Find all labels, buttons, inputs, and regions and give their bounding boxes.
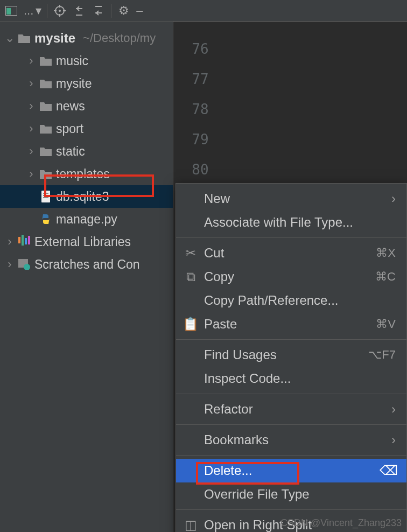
svg-rect-12 [18, 237, 20, 243]
menu-label: Copy Path/Reference... [204, 293, 396, 308]
tree-label: news [56, 99, 85, 114]
menu-cut[interactable]: ✂ Cut ⌘X [176, 241, 406, 265]
menu-label: Inspect Code... [204, 371, 396, 386]
separator [47, 4, 47, 18]
menu-inspect-code[interactable]: Inspect Code... [176, 367, 406, 390]
chevron-right-icon[interactable]: › [27, 54, 36, 68]
menu-label: Bookmarks [204, 432, 385, 447]
separator [111, 4, 111, 18]
tree-item-sport[interactable]: › sport [0, 117, 173, 140]
menu-label: Copy [204, 269, 369, 284]
chevron-right-icon[interactable]: › [27, 122, 36, 136]
menu-separator [176, 394, 406, 394]
window-icon[interactable] [4, 4, 18, 18]
tree-label: music [56, 54, 88, 68]
scratches-icon [18, 259, 30, 270]
annotation-highlight-db [44, 174, 154, 197]
menu-label: Find Usages [204, 347, 362, 362]
chevron-right-icon[interactable]: › [27, 167, 36, 181]
libraries-icon [18, 235, 30, 249]
chevron-right-icon[interactable]: › [5, 257, 14, 271]
chevron-down-icon[interactable]: ⌄ [5, 31, 14, 45]
watermark: CSDN @Vincent_Zhang233 [280, 517, 402, 529]
menu-bookmarks[interactable]: Bookmarks › [176, 428, 406, 452]
chevron-right-icon[interactable]: › [27, 144, 36, 158]
split-icon: ◫ [184, 517, 198, 532]
menu-override-file-type[interactable]: Override File Type [176, 482, 406, 506]
menu-label: Paste [204, 317, 369, 332]
menu-shortcut: ⌘X [376, 246, 396, 260]
gear-icon[interactable]: ⚙ [117, 4, 131, 18]
collapse-icon[interactable] [72, 4, 86, 18]
menu-shortcut: ⌘V [376, 317, 396, 331]
tree-label: sport [56, 122, 83, 136]
menu-find-usages[interactable]: Find Usages ⌥F7 [176, 343, 406, 367]
menu-separator [176, 424, 406, 425]
menu-label: Cut [204, 246, 369, 261]
tree-item-static[interactable]: › static [0, 140, 173, 163]
svg-rect-11 [43, 197, 48, 198]
chevron-right-icon: › [391, 402, 396, 417]
hide-icon[interactable]: – [136, 4, 143, 18]
tree-item-music[interactable]: › music [0, 50, 173, 72]
chevron-right-icon[interactable]: › [27, 76, 36, 90]
folder-icon [40, 55, 52, 67]
menu-separator [176, 237, 406, 238]
menu-paste[interactable]: 📋 Paste ⌘V [176, 312, 406, 336]
cut-icon: ✂ [184, 246, 198, 261]
svg-rect-1 [6, 8, 11, 15]
root-name: mysite [34, 31, 75, 46]
menu-shortcut: ⌘C [375, 270, 396, 284]
menu-label: Refactor [204, 402, 385, 417]
menu-refactor[interactable]: Refactor › [176, 397, 406, 421]
tree-item-manage-py[interactable]: manage.py [0, 208, 173, 230]
menu-shortcut: ⌥F7 [368, 348, 396, 362]
toolbar-dropdown[interactable]: ... ▾ [24, 4, 41, 18]
svg-rect-14 [25, 238, 27, 244]
menu-associate-file-type[interactable]: Associate with File Type... [176, 211, 406, 234]
scratches-and-consoles[interactable]: › Scratches and Con [0, 253, 173, 276]
python-file-icon [40, 213, 52, 225]
folder-icon [40, 145, 52, 157]
delete-icon: ⌫ [382, 463, 396, 478]
tree-item-mysite[interactable]: › mysite [0, 72, 173, 95]
copy-icon: ⧉ [184, 269, 198, 284]
menu-new[interactable]: New › [176, 187, 406, 211]
folder-icon [40, 78, 52, 89]
folder-icon [18, 32, 30, 44]
menu-copy-path[interactable]: Copy Path/Reference... [176, 289, 406, 312]
annotation-highlight-delete [196, 462, 299, 485]
folder-icon [40, 123, 52, 135]
tree-label: static [56, 144, 85, 159]
tree-label: Scratches and Con [34, 257, 140, 272]
menu-separator [176, 455, 406, 456]
paste-icon: 📋 [184, 317, 198, 332]
folder-icon [40, 100, 52, 112]
project-root[interactable]: ⌄ mysite ~/Desktop/my [0, 27, 173, 50]
toolbar: ... ▾ ⚙ – [0, 0, 407, 22]
svg-rect-15 [28, 236, 30, 244]
menu-separator [176, 509, 406, 510]
svg-point-3 [59, 10, 61, 12]
tree-label: manage.py [56, 212, 117, 227]
tree-item-news[interactable]: › news [0, 95, 173, 117]
menu-label: Override File Type [204, 487, 396, 502]
root-path: ~/Desktop/my [83, 31, 156, 45]
menu-label: New [204, 191, 385, 206]
project-tree[interactable]: ⌄ mysite ~/Desktop/my › music › mysite ›… [0, 22, 173, 532]
chevron-down-icon: ▾ [36, 4, 41, 18]
chevron-right-icon[interactable]: › [27, 99, 36, 113]
external-libraries[interactable]: › External Libraries [0, 230, 173, 253]
target-icon[interactable] [53, 4, 67, 18]
tree-label: External Libraries [34, 235, 131, 249]
chevron-right-icon: › [391, 191, 396, 206]
menu-separator [176, 339, 406, 340]
chevron-right-icon[interactable]: › [5, 235, 14, 249]
svg-rect-13 [22, 235, 24, 246]
menu-label: Associate with File Type... [204, 215, 396, 230]
tree-label: mysite [56, 76, 92, 91]
chevron-right-icon: › [391, 432, 396, 447]
menu-copy[interactable]: ⧉ Copy ⌘C [176, 265, 406, 289]
expand-icon[interactable] [92, 4, 106, 18]
